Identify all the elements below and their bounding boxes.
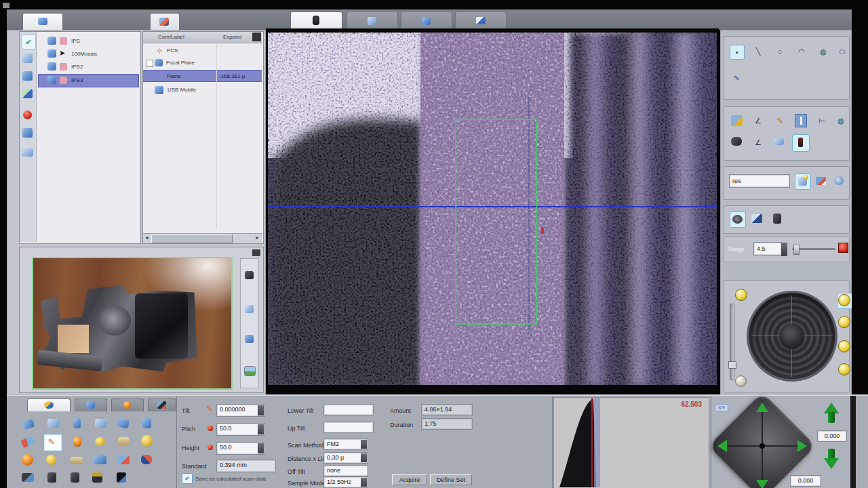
grid-icon-selected[interactable]: ✎: [43, 434, 62, 451]
grid-icon[interactable]: [94, 455, 106, 464]
grid-icon[interactable]: [71, 472, 79, 483]
grid-icon[interactable]: [22, 454, 33, 466]
stage-down-arrow[interactable]: [756, 480, 768, 488]
photo-icon[interactable]: [244, 366, 256, 376]
circle-tool-icon[interactable]: ○: [773, 45, 787, 58]
stage-up-arrow[interactable]: [756, 403, 768, 412]
expand-box-icon[interactable]: [146, 60, 153, 67]
live-image-viewport[interactable]: [268, 33, 717, 385]
grid-icon[interactable]: [71, 457, 83, 464]
grid-icon[interactable]: [95, 437, 105, 446]
line-tool-icon[interactable]: ╲: [751, 45, 765, 58]
stage-right-arrow[interactable]: [797, 440, 807, 452]
tree-header-button[interactable]: [252, 33, 261, 41]
arc-measure-icon[interactable]: [731, 137, 742, 146]
check-icon[interactable]: ✔: [21, 35, 36, 49]
spline-tool-icon[interactable]: ∿: [730, 70, 743, 84]
tab-view-3[interactable]: [401, 12, 452, 30]
z-lower-display[interactable]: 0.000: [791, 476, 821, 486]
lower-tilt-input[interactable]: [324, 405, 373, 415]
preset-name-input[interactable]: [730, 175, 789, 187]
grid-tab-3[interactable]: [111, 399, 144, 411]
speed-4-button[interactable]: [838, 363, 850, 375]
overview-image[interactable]: [32, 257, 233, 390]
tilt-pencil-icon[interactable]: ✎: [206, 405, 212, 413]
angle2-tool-icon[interactable]: ∠: [751, 136, 765, 149]
vertical-measure-icon[interactable]: [795, 114, 807, 127]
grid-icon[interactable]: [20, 436, 35, 448]
zoom-region-icon[interactable]: [245, 305, 254, 313]
grid-icon[interactable]: [73, 436, 81, 447]
ring-tool-icon[interactable]: ◍: [816, 45, 830, 58]
z-up-button[interactable]: [819, 401, 844, 426]
grid-icon[interactable]: [117, 418, 130, 428]
pitch-stepper[interactable]: [258, 424, 264, 434]
range-stepper[interactable]: [781, 243, 787, 256]
grid-icon[interactable]: [22, 419, 35, 430]
import-icon[interactable]: [22, 71, 33, 81]
focus-slider-thumb[interactable]: [728, 361, 736, 369]
tree-column-label[interactable]: Com/Label: [158, 34, 205, 40]
range-slider-thumb[interactable]: [793, 245, 800, 255]
height-input[interactable]: 50.0: [217, 443, 264, 454]
add-preset-icon[interactable]: [795, 174, 811, 190]
tree-row-focal-plane[interactable]: Focal Plane: [144, 58, 260, 68]
range-slider[interactable]: [792, 248, 835, 250]
acquire-button[interactable]: Acquire: [392, 474, 427, 485]
grid-tab-1[interactable]: [27, 399, 71, 411]
tree-row-pcs[interactable]: ⊹ PCS: [144, 45, 260, 56]
grid-icon[interactable]: [47, 472, 56, 483]
speed-1-button[interactable]: [837, 293, 853, 309]
speed-2-button[interactable]: [838, 316, 850, 328]
annotate-pencil-icon[interactable]: ✎: [773, 114, 787, 127]
pitch-input[interactable]: 50.0: [217, 424, 264, 435]
distance-select[interactable]: 0.30 µ: [324, 453, 368, 463]
film-mode-icon[interactable]: [773, 214, 781, 224]
stage-left-arrow[interactable]: [717, 440, 727, 452]
overview-close-button[interactable]: [252, 249, 260, 256]
connect-icon[interactable]: [22, 54, 33, 63]
define-set-button[interactable]: Define Set: [430, 474, 472, 485]
tab-live-view[interactable]: [290, 12, 342, 30]
angle-tool-icon[interactable]: ∠: [751, 114, 765, 127]
file-row-selected[interactable]: IPS3: [38, 74, 139, 87]
sample-mode-dropdown-nub[interactable]: [361, 478, 367, 487]
tree-column-expand[interactable]: Expand: [223, 34, 254, 40]
jog-dial[interactable]: [749, 293, 835, 380]
pill-tool-icon[interactable]: ⬭: [835, 45, 849, 58]
height-histogram[interactable]: [554, 398, 709, 487]
gallery-icon[interactable]: [22, 128, 33, 138]
macro-camera-icon[interactable]: [245, 271, 254, 279]
save-preset-icon[interactable]: [831, 174, 846, 188]
scan-method-dropdown-nub[interactable]: [361, 440, 367, 449]
distance-dropdown-nub[interactable]: [361, 453, 367, 462]
z-upper-display[interactable]: 0.000: [818, 431, 846, 441]
save-scan-checkbox[interactable]: ✔: [182, 473, 193, 484]
magnifier-icon[interactable]: [731, 115, 743, 126]
tab-view-4[interactable]: [455, 12, 507, 30]
tilt-stepper[interactable]: [258, 405, 264, 415]
jog-knob[interactable]: [781, 325, 804, 348]
export-icon[interactable]: [22, 148, 33, 157]
grid-icon[interactable]: [141, 435, 153, 447]
tree-hscrollbar[interactable]: ◄ ►: [143, 233, 262, 243]
tree-row-usb[interactable]: USB Mobile: [144, 85, 260, 96]
tab-file-list[interactable]: [22, 13, 63, 30]
flat-measure-icon[interactable]: [773, 138, 784, 145]
grid-icon[interactable]: [142, 418, 151, 428]
snapshot-mode-icon[interactable]: [751, 214, 762, 223]
open-preset-icon[interactable]: [814, 174, 829, 188]
arc-tool-icon[interactable]: ◠: [795, 45, 808, 58]
grid-icon[interactable]: [95, 419, 106, 428]
grid-icon[interactable]: [141, 455, 152, 464]
grid-icon[interactable]: [73, 418, 81, 428]
scroll-right-icon[interactable]: ►: [255, 235, 260, 240]
focus-slider[interactable]: [730, 304, 734, 380]
range-input[interactable]: [754, 243, 781, 255]
grid-tab-4[interactable]: [148, 399, 176, 411]
sample-mode-select[interactable]: 1/2 50Hz: [324, 477, 368, 487]
select-tool-icon[interactable]: ▪: [730, 45, 745, 60]
live-eye-icon[interactable]: [730, 211, 746, 228]
tab-view-2[interactable]: [347, 12, 398, 30]
height-stepper[interactable]: [258, 443, 264, 453]
